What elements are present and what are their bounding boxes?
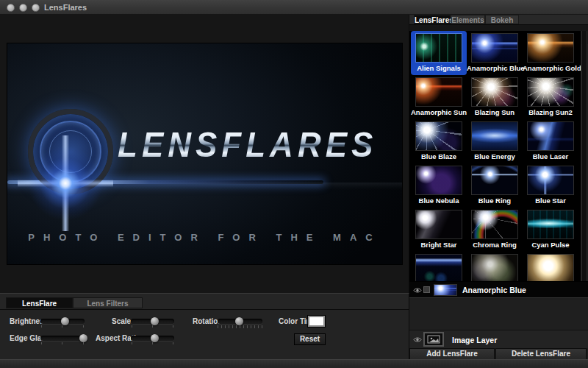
flare-item[interactable]: Daylight Flare	[467, 252, 523, 281]
flare-label: Anamorphic Sun	[411, 108, 467, 116]
flare-label: Blazing Sun	[467, 108, 523, 116]
flare-label: Blue Nebula	[411, 197, 467, 205]
scrollbar[interactable]	[581, 31, 587, 281]
layer-name: Image Layer	[452, 336, 497, 344]
flare-thumbnail	[527, 121, 574, 151]
flare-item[interactable]: Blue Star	[523, 163, 578, 208]
visibility-eye-icon[interactable]	[413, 287, 422, 294]
slider-ticks	[40, 325, 85, 328]
slider-knob[interactable]	[235, 317, 243, 325]
layer-thumbnail	[434, 284, 457, 296]
flare-item[interactable]: Blue Laser	[523, 119, 578, 163]
delete-lensflare-button[interactable]: Delete LensFlare	[495, 348, 587, 360]
flare-label: Chroma Ring	[467, 241, 523, 249]
flare-thumbnail	[415, 210, 462, 239]
flare-item[interactable]: Blue Blaze	[411, 119, 467, 163]
color-tint-swatch[interactable]	[308, 316, 325, 327]
flare-item[interactable]: Cyber Flare	[411, 252, 467, 281]
scale-slider[interactable]	[131, 319, 174, 324]
flare-thumbnail	[471, 210, 518, 239]
flare-thumbnail	[471, 166, 518, 195]
app-window: LensFlares LENSFLARES PHOTO EDITOR FOR T…	[0, 0, 588, 368]
flare-item[interactable]: Blue Ring	[467, 163, 523, 208]
layers-list-empty-area	[409, 297, 588, 330]
flare-item[interactable]: Cyan Pulse	[523, 208, 578, 252]
brightness-slider[interactable]	[40, 319, 85, 324]
picture-icon	[425, 333, 442, 345]
flare-thumbnail	[527, 210, 574, 239]
properties-body: Brightness Scale Rotation Color Tint Edg…	[0, 309, 409, 359]
window-title: LensFlares	[44, 3, 87, 12]
library-tab-bar: LensFlares Elements Bokeh	[409, 15, 588, 25]
slider-ticks	[40, 342, 85, 345]
flare-thumbnail	[527, 77, 574, 107]
flare-item[interactable]: Alien Signals	[411, 31, 467, 75]
flare-label: Bright Star	[411, 241, 467, 249]
slider-ticks	[131, 342, 174, 345]
flare-label: Blue Ring	[467, 197, 523, 205]
tab-lensflare-properties[interactable]: LensFlare Properties	[6, 297, 73, 308]
document-image: LENSFLARES PHOTO EDITOR FOR THE MAC	[7, 43, 403, 265]
flare-label: Alien Signals	[411, 64, 467, 72]
properties-panel: LensFlare Properties Lens Filters Bright…	[0, 293, 409, 359]
flare-thumbnail	[527, 166, 574, 195]
flare-thumbnail	[415, 121, 462, 151]
flare-item[interactable]: Bright Star	[411, 208, 467, 252]
layer-checkbox[interactable]	[423, 286, 430, 293]
flare-thumbnail	[471, 121, 518, 151]
slider-knob[interactable]	[151, 317, 159, 325]
tab-elements[interactable]: Elements	[451, 15, 485, 24]
slider-knob[interactable]	[151, 334, 159, 342]
flare-label: Blazing Sun2	[523, 108, 578, 116]
layer-name: Anamorphic Blue	[462, 286, 526, 294]
flare-item[interactable]: Chroma Ring	[467, 208, 523, 252]
canvas-viewport[interactable]: LENSFLARES PHOTO EDITOR FOR THE MAC	[0, 15, 409, 293]
flare-item[interactable]: Blue Nebula	[411, 163, 467, 208]
tab-bokeh[interactable]: Bokeh	[485, 15, 519, 24]
flare-layer-row[interactable]: Anamorphic Blue	[409, 281, 588, 297]
flare-grid: Alien SignalsAnamorphic BlueAnamorphic G…	[409, 31, 581, 281]
zoom-button[interactable]	[32, 4, 40, 12]
flare-thumbnail	[415, 166, 462, 195]
flare-label: Blue Energy	[467, 152, 523, 160]
flare-label: Blue Laser	[523, 152, 578, 160]
flare-thumbnail	[471, 77, 518, 107]
slider-ticks	[218, 325, 262, 328]
image-layer-thumbnail	[423, 332, 444, 347]
flare-item[interactable]: Blazing Sun	[467, 75, 523, 119]
reset-button[interactable]: Reset	[294, 333, 326, 345]
aspect-ratio-slider[interactable]	[131, 336, 174, 341]
logo-title: LENSFLARES	[118, 127, 397, 163]
visibility-eye-icon[interactable]	[413, 336, 422, 343]
slider-knob[interactable]	[61, 317, 69, 325]
flare-item[interactable]: Blazing Sun2	[523, 75, 578, 119]
title-bar: LensFlares	[0, 0, 588, 15]
flare-item[interactable]: Anamorphic Blue	[467, 31, 523, 75]
flare-thumbnail	[415, 33, 462, 63]
flare-item[interactable]: Desert Sun	[523, 252, 578, 281]
slider-knob[interactable]	[79, 334, 87, 342]
flare-thumbnail	[415, 77, 462, 107]
rotation-slider[interactable]	[218, 319, 262, 324]
flare-thumbnail	[471, 254, 518, 281]
add-lensflare-button[interactable]: Add LensFlare	[409, 348, 495, 360]
minimize-button[interactable]	[19, 4, 27, 12]
flare-thumbnail	[471, 33, 518, 63]
flare-thumbnail	[527, 33, 574, 63]
tab-lensflares[interactable]: LensFlares	[414, 15, 451, 24]
flare-item[interactable]: Anamorphic Gold	[523, 31, 578, 75]
close-button[interactable]	[7, 4, 15, 12]
flare-label: Blue Blaze	[411, 152, 467, 160]
flare-label: Anamorphic Gold	[523, 64, 578, 72]
flare-label: Anamorphic Blue	[467, 64, 523, 72]
flare-item[interactable]: Blue Energy	[467, 119, 523, 163]
slider-ticks	[131, 325, 174, 328]
tab-lens-filters[interactable]: Lens Filters	[73, 297, 143, 308]
library-panel: LensFlares Elements Bokeh Sort by Name S…	[409, 15, 588, 359]
flare-thumbnail	[415, 254, 462, 281]
flare-item[interactable]: Anamorphic Sun	[411, 75, 467, 119]
image-layer-row[interactable]: Image Layer	[409, 330, 588, 348]
scale-label: Scale	[112, 317, 131, 325]
edge-glare-slider[interactable]	[40, 336, 85, 341]
flare-thumbnail	[527, 254, 574, 281]
